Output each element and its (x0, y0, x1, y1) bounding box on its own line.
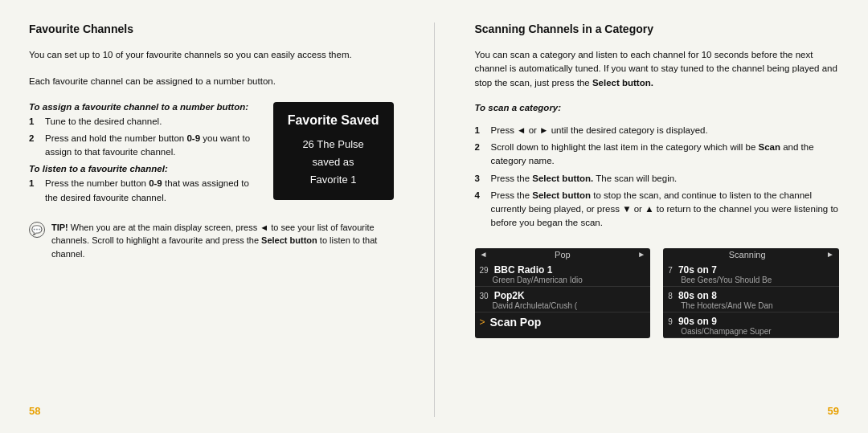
favorite-box-line3: Favorite 1 (310, 174, 357, 186)
assign-heading: To assign a favourite channel to a numbe… (29, 102, 262, 112)
pop-left-arrow: ◄ (480, 250, 488, 259)
scanning-category-label: Scanning (729, 250, 766, 259)
pop-channel-2: 30 Pop2K David Archuleta/Crush ( (475, 287, 651, 312)
scan-step-3: 3 Press the Select button. The scan will… (475, 172, 840, 186)
page: Favourite Channels You can set up to 10 … (0, 0, 868, 433)
assign-step-2: 2 Press and hold the number button 0-9 y… (29, 132, 262, 160)
scanning-right-arrow: ► (826, 250, 834, 259)
column-divider (434, 22, 435, 417)
scan-step-1: 1 Press ◄ or ► until the desired categor… (475, 124, 840, 137)
listen-subsection: To listen to a favourite channel: 1 Pres… (29, 164, 262, 205)
pop-channel-1: 29 BBC Radio 1 Green Day/American Idio (475, 261, 651, 287)
tip-icon: 💬 (29, 222, 45, 238)
scan-heading: To scan a category: (475, 103, 840, 112)
listen-heading: To listen to a favourite channel: (29, 164, 262, 174)
favorite-box-line2: saved as (313, 156, 354, 168)
tip-text: TIP! When you are at the main display sc… (51, 221, 394, 261)
pop-category-label: Pop (555, 250, 571, 259)
pop-right-arrow: ► (637, 250, 645, 259)
channel-displays: ◄ Pop ► 29 BBC Radio 1 Green Day/America… (475, 248, 840, 338)
assign-list: 1 Tune to the desired channel. 2 Press a… (29, 115, 262, 160)
scan-step-4: 4 Press the Select button to stop the sc… (475, 189, 840, 231)
listen-step-1: 1 Press the number button 0-9 that was a… (29, 177, 262, 205)
assign-section: To assign a favourite channel to a numbe… (29, 102, 394, 208)
scanning-channel-1: 7 70s on 7 Bee Gees/You Should Be (663, 261, 839, 287)
pop-box-header: ◄ Pop ► (475, 248, 651, 261)
scan-pop-label: Scan Pop (490, 316, 542, 329)
listen-list: 1 Press the number button 0-9 that was a… (29, 177, 262, 205)
pop-channel-box: ◄ Pop ► 29 BBC Radio 1 Green Day/America… (475, 248, 651, 338)
tip-box: 💬 TIP! When you are at the main display … (29, 221, 394, 261)
assign-step-1: 1 Tune to the desired channel. (29, 115, 262, 129)
left-intro2: Each favourite channel can be assigned t… (29, 75, 394, 88)
right-column: Scanning Channels in a Category You can … (475, 22, 840, 417)
scanning-box-header: Scanning ► (663, 248, 839, 261)
assign-text: To assign a favourite channel to a numbe… (29, 102, 262, 208)
left-column: Favourite Channels You can set up to 10 … (29, 22, 394, 417)
scanning-channel-box: Scanning ► 7 70s on 7 Bee Gees/You Shoul… (663, 248, 839, 338)
favorite-box-line1: 26 The Pulse (302, 138, 363, 150)
scan-steps-list: 1 Press ◄ or ► until the desired categor… (475, 124, 840, 234)
left-page-number: 58 (29, 400, 394, 417)
scanning-channel-3: 9 90s on 9 Oasis/Champagne Super (663, 312, 839, 338)
right-heading: Scanning Channels in a Category (475, 22, 840, 35)
right-intro: You can scan a category and listen to ea… (475, 48, 840, 90)
scan-pop-arrow: > (480, 317, 485, 328)
left-heading: Favourite Channels (29, 22, 394, 35)
pop-scan-row: > Scan Pop (475, 312, 651, 332)
right-page-number: 59 (475, 400, 840, 417)
favorite-box-title: Favorite Saved (288, 113, 379, 128)
favorite-saved-box: Favorite Saved 26 The Pulse saved as Fav… (273, 102, 394, 200)
left-intro1: You can set up to 10 of your favourite c… (29, 48, 394, 62)
scanning-channel-2: 8 80s on 8 The Hooters/And We Dan (663, 287, 839, 312)
scan-step-2: 2 Scroll down to highlight the last item… (475, 141, 840, 169)
favorite-box-body: 26 The Pulse saved as Favorite 1 (288, 136, 379, 189)
